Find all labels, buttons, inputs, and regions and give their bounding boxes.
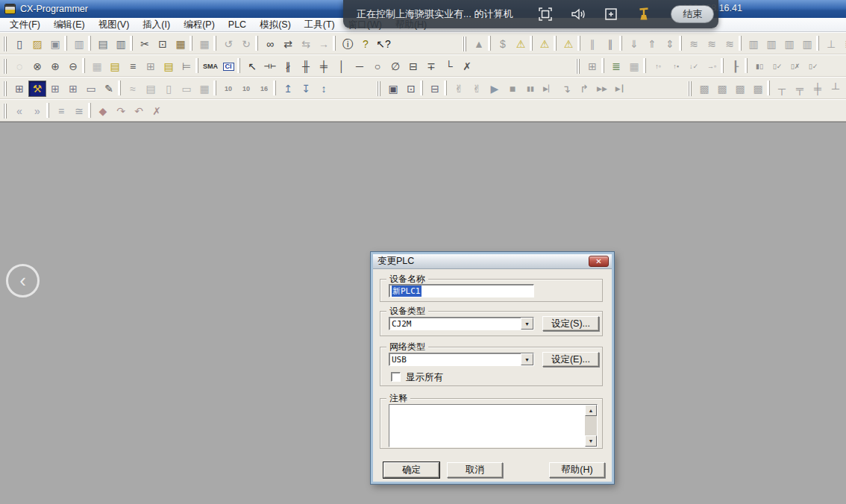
end-session-button[interactable]: 结束 [671,5,714,23]
zoom-in-icon[interactable]: ⊕ [46,58,64,75]
line-delete-icon[interactable]: ✗ [458,58,476,75]
pause-icon[interactable]: ∥ [601,36,619,52]
back-arrow-button[interactable]: ‹ [6,264,40,297]
sim-stop-icon[interactable]: ■ [504,81,521,97]
device-settings-button[interactable]: 设定(S)... [542,316,599,331]
online-edit-icon[interactable]: ≋ [685,36,703,52]
hex-icon[interactable]: 16 [255,81,273,97]
transfer-to-plc-icon[interactable]: ⇓ [625,36,643,52]
transfer-from-plc-icon[interactable]: ⇑ [643,36,661,52]
paste-icon[interactable]: ▦ [172,36,189,52]
indent-icon[interactable]: » [28,103,46,119]
cascade-windows-icon[interactable]: ⊞ [10,81,28,97]
zoom-icon[interactable]: ◌ [10,58,28,75]
find-icon[interactable]: ∞ [261,36,279,52]
watch-ok-icon[interactable]: ▯✓ [804,58,822,75]
cycle-time-icon[interactable]: ⊥ [822,36,840,52]
step-in-icon[interactable]: ↴ [557,81,575,97]
decimal-icon[interactable]: 10 [219,81,237,97]
coil-icon[interactable]: ○ [369,58,386,75]
menu-item[interactable]: 插入(I) [136,18,177,31]
save-icon[interactable]: ▣ [46,36,64,52]
new-file-icon[interactable]: ▯ [10,36,28,52]
sim-online2-icon[interactable]: ⊡ [402,81,420,97]
page-grey-icon[interactable]: ▯ [160,81,178,97]
outdent-icon[interactable]: « [10,103,28,119]
grid-icon[interactable]: ▦ [88,58,106,75]
plc-memory-icon[interactable]: ▤ [142,81,160,97]
chevron-down-icon[interactable]: ▼ [521,353,533,365]
print-preview-icon[interactable]: ▥ [112,36,130,52]
memory-view2-icon[interactable]: ▩ [713,81,731,97]
diff-both-icon[interactable]: ╪ [809,81,827,97]
menu-item[interactable]: 编程(P) [177,18,222,31]
sma-table-icon[interactable]: SMA [201,58,219,75]
print-icon[interactable]: ▤ [94,36,112,52]
rung-list-icon[interactable]: ≡ [124,58,142,75]
close-button[interactable]: ✕ [589,256,609,267]
scroll-up-icon[interactable]: ▲ [585,405,597,416]
menu-item[interactable]: 模拟(S) [253,18,298,31]
sim-online-icon[interactable]: ▣ [384,81,402,97]
step-out-icon[interactable]: ↱ [575,81,593,97]
sim-pause-icon[interactable]: ▮▮ [521,81,539,97]
tree-view-icon[interactable]: ┠ [727,58,745,75]
continuous-step-icon[interactable]: ▶▶ [593,81,611,97]
info-icon[interactable]: ⓘ [339,36,357,52]
dialog-grey-icon[interactable]: ▭ [178,81,195,97]
plc-rack-verify-icon[interactable]: ▥ [762,36,780,52]
window-float-icon[interactable]: ▭ [82,81,100,97]
online-edit-send-icon[interactable]: ≋ [703,36,721,52]
diff-down-icon[interactable]: ╤ [791,81,809,97]
watch-window-icon[interactable]: ▮▯ [751,58,768,75]
open-folder-icon[interactable]: ▨ [28,36,46,52]
compare-with-plc-icon[interactable]: ⇕ [661,36,679,52]
work-online-simulator-icon[interactable]: ▲ [470,36,488,52]
transfer-warning-icon[interactable]: ⚠ [560,36,577,52]
help-icon[interactable]: ? [357,36,375,52]
comment-textarea[interactable]: ▲ ▼ [389,404,598,447]
scroll-down-icon[interactable]: ▼ [585,435,597,447]
monitor-run-icon[interactable]: ↥ [279,81,297,97]
comment-scrollbar[interactable]: ▲ ▼ [585,405,597,447]
contact-or-nc-icon[interactable]: ╪ [315,58,333,75]
find-replace-icon[interactable]: ⇄ [279,36,297,52]
memory-view4-icon[interactable]: ▩ [749,81,767,97]
replace-icon[interactable]: ⇆ [297,36,315,52]
memory-view3-icon[interactable]: ▩ [731,81,749,97]
help-button[interactable]: 帮助(H) [549,462,605,478]
plc-rack-compare-icon[interactable]: ▥ [798,36,816,52]
toolbar-grip[interactable] [576,59,582,74]
rung-comment-list-icon[interactable]: ≡ [52,103,70,119]
instruction-icon[interactable]: ⊟ [404,58,422,75]
device-warning-icon[interactable]: ⚠ [536,36,554,52]
ok-button[interactable]: 确定 [383,462,439,478]
undo-icon[interactable]: ↺ [219,36,237,52]
set-value-icon[interactable]: ↑▫ [649,58,667,75]
plc-rack-icon[interactable]: ▥ [745,36,762,52]
zoom-cancel-icon[interactable]: ⊗ [28,58,46,75]
toolbar-grip[interactable] [3,59,9,74]
prev-bookmark-icon[interactable]: ↶ [130,103,148,119]
function-block-icon[interactable]: ∓ [422,58,440,75]
find-online-warning-icon[interactable]: ⚠ [512,36,530,52]
change-all-icon[interactable]: → [315,36,333,52]
menu-item[interactable]: 编辑(E) [47,18,92,31]
contact-no-icon[interactable]: ⊣⊢ [261,58,279,75]
menu-item[interactable]: 视图(V) [92,18,137,31]
toolbar-grip[interactable] [377,81,383,96]
watch-x-icon[interactable]: ▯✗ [786,58,804,75]
device-name-input[interactable]: 新PLC1 [389,284,534,297]
network-type-combobox[interactable]: USB ▼ [389,353,534,366]
comment-note-icon[interactable]: ▤ [106,58,124,75]
device-type-combobox[interactable]: CJ2M ▼ [389,317,534,330]
toolbar-grip[interactable] [3,37,9,51]
monitor-windows-icon[interactable]: ⊞ [46,81,64,97]
network-settings-button[interactable]: 设定(E)... [542,352,599,367]
ci-view-icon[interactable]: CI [219,58,237,75]
rung-wrap-icon[interactable]: ⊞ [142,58,160,75]
new-window-icon[interactable] [595,6,627,22]
fullscreen-icon[interactable] [529,6,562,22]
work-online-icon[interactable]: ⚒ [28,81,46,97]
monitor-windows2-icon[interactable]: ⊞ [64,81,82,97]
